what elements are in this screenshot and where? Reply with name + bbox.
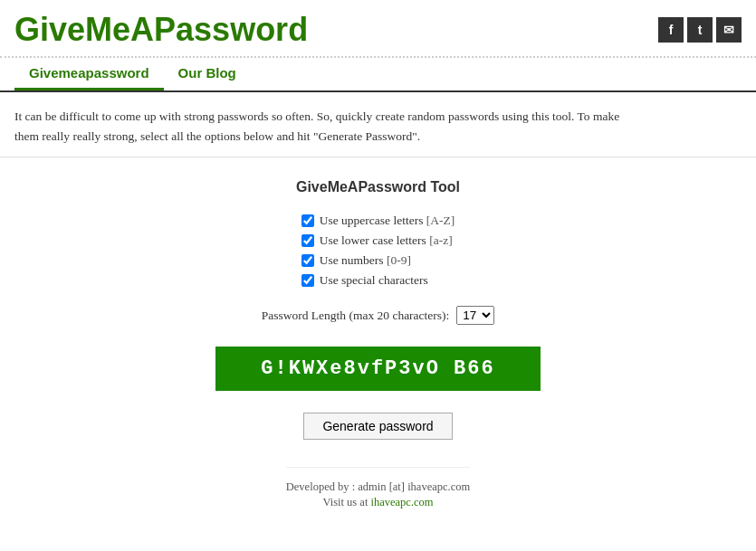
- nav-item-givemeapassword[interactable]: Givemeapassword: [14, 58, 164, 90]
- footer: Developed by : admin [at] ihaveapc.com V…: [286, 467, 470, 522]
- nav-item-our-blog[interactable]: Our Blog: [164, 58, 251, 90]
- description-text-2: them really really strong, select all th…: [14, 129, 420, 143]
- facebook-icon[interactable]: f: [658, 17, 684, 43]
- option-label-uppercase: Use uppercase letters [A-Z]: [320, 214, 455, 228]
- email-icon[interactable]: ✉: [716, 17, 742, 43]
- nav: Givemeapassword Our Blog: [0, 58, 756, 92]
- tool-title: GiveMeAPassword Tool: [296, 179, 460, 195]
- footer-visit-us: Visit us at ihaveapc.com: [286, 496, 470, 509]
- site-title: GiveMeAPassword: [14, 11, 308, 49]
- checkbox-uppercase[interactable]: [301, 214, 314, 227]
- header: GiveMeAPassword f t ✉: [0, 0, 756, 58]
- footer-visit-us-text: Visit us at: [322, 496, 370, 508]
- footer-developed-by: Developed by : admin [at] ihaveapc.com: [286, 480, 470, 494]
- checkbox-numbers[interactable]: [301, 254, 314, 267]
- option-row-lowercase: Use lower case letters [a-z]: [301, 233, 455, 248]
- checkbox-special[interactable]: [301, 274, 314, 287]
- option-row-uppercase: Use uppercase letters [A-Z]: [301, 214, 455, 228]
- password-display: G!KWXe8vfP3vO B66: [215, 347, 540, 391]
- password-length-label: Password Length (max 20 characters):: [262, 309, 450, 323]
- twitter-icon[interactable]: t: [687, 17, 713, 43]
- option-label-special: Use special characters: [320, 273, 428, 288]
- password-length-select[interactable]: 1234567891011121314151617181920: [456, 306, 494, 325]
- tool-container: GiveMeAPassword Tool Use uppercase lette…: [0, 157, 756, 544]
- option-label-numbers: Use numbers [0-9]: [320, 253, 411, 268]
- description-text-1: It can be difficult to come up with stro…: [14, 109, 619, 123]
- password-length-row: Password Length (max 20 characters): 123…: [262, 306, 495, 325]
- option-row-special: Use special characters: [301, 273, 455, 288]
- options-list: Use uppercase letters [A-Z]Use lower cas…: [301, 214, 455, 288]
- social-icons: f t ✉: [658, 17, 742, 43]
- description: It can be difficult to come up with stro…: [0, 92, 756, 157]
- option-row-numbers: Use numbers [0-9]: [301, 253, 455, 268]
- checkbox-lowercase[interactable]: [301, 234, 314, 247]
- generate-password-button[interactable]: Generate password: [303, 413, 452, 440]
- footer-visit-us-link[interactable]: ihaveapc.com: [371, 496, 434, 508]
- option-label-lowercase: Use lower case letters [a-z]: [320, 233, 453, 248]
